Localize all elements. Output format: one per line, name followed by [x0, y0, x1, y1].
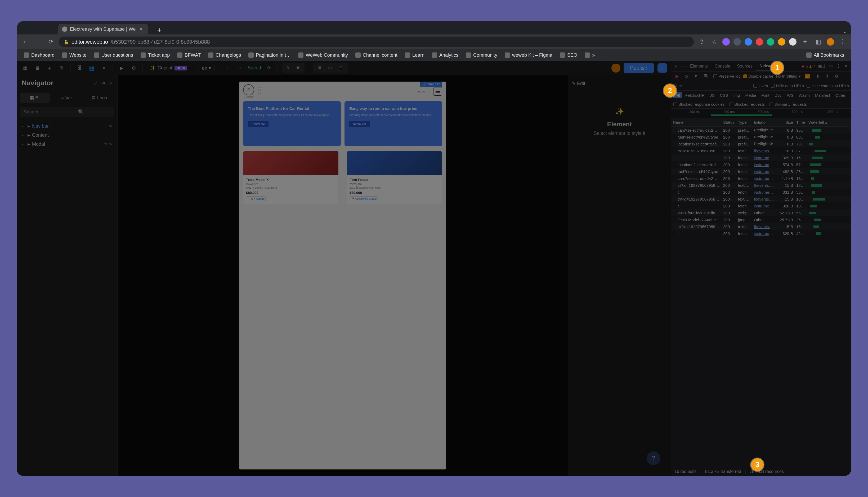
error-count[interactable]: ◉ 5 [801, 64, 808, 69]
type-filter[interactable]: CSS [718, 92, 730, 98]
preview-mode-icon[interactable]: 👁 [293, 64, 303, 72]
profile-avatar-icon[interactable] [789, 38, 796, 45]
hide-ext-urls-checkbox[interactable]: Hide extension URLs [807, 83, 849, 88]
extension-icon[interactable] [744, 38, 752, 45]
filter-input[interactable]: Filter [674, 83, 751, 88]
sync-icon[interactable]: ⟳ [264, 63, 273, 73]
bookmark-item[interactable]: All Bookmarks [803, 52, 847, 59]
bookmark-item[interactable]: Learn [402, 52, 428, 59]
col-waterfall[interactable]: Waterfall ▴ [807, 120, 851, 125]
request-row[interactable]: fuel?select=id%2Ctype200prefli…Preflight… [671, 133, 851, 140]
car-card[interactable]: Ford Focus 75kWh 320 2011 ⛽Gasoline 9,93… [347, 151, 442, 204]
bookmark-item[interactable]: Changelogs [205, 52, 244, 59]
request-row[interactable]: t200fetchinstrument.j…329 B42… [671, 230, 851, 237]
bookmark-item[interactable]: » [581, 52, 598, 59]
bookmark-item[interactable]: Analytics [429, 52, 462, 59]
close-tab-icon[interactable]: ✕ [138, 26, 144, 32]
disable-cache-checkbox[interactable]: Disable cache [743, 74, 773, 79]
bookmark-item[interactable]: BFWAT [174, 52, 204, 59]
third-party-checkbox[interactable]: 3rd-party requests [769, 102, 807, 106]
bookmark-item[interactable]: User questions [91, 52, 136, 59]
hide-data-urls-checkbox[interactable]: Hide data URLs [771, 83, 804, 88]
request-row[interactable]: 2021-ford-focus-st-line-…200webpOther52.… [671, 209, 851, 216]
col-status[interactable]: Status [722, 120, 736, 125]
back-button[interactable]: ← [21, 37, 30, 47]
menu-dots-icon[interactable]: ⋮ [838, 37, 847, 47]
extension-icon[interactable] [767, 38, 774, 45]
dots-icon[interactable]: ⋮ [835, 62, 842, 70]
hero-button[interactable]: Rental car [349, 121, 370, 127]
type-filter[interactable]: Wasm [796, 92, 812, 98]
network-table-body[interactable]: cars?select=uuid%2Cm…200prefli…Preflight… [671, 127, 851, 467]
side-panel-icon[interactable]: ◧ [813, 37, 823, 47]
request-row[interactable]: cars?select=uuid%2Cm…200prefli…Preflight… [671, 127, 851, 133]
database-icon[interactable]: 🗄 [75, 63, 84, 73]
tree-item-content[interactable]: ▸▸ Content [21, 131, 114, 140]
image-icon[interactable]: ▶ [117, 63, 126, 73]
tab-sources[interactable]: Sources [734, 62, 756, 70]
download-icon[interactable]: ⬇ [824, 73, 830, 80]
publish-dropdown-icon[interactable]: ⌄ [657, 63, 667, 73]
col-time[interactable]: Time [795, 120, 807, 125]
expand-icon[interactable]: ⤢ [93, 80, 97, 86]
network-timeline[interactable]: 200 ms400 ms600 ms800 ms1000 ms [671, 109, 851, 118]
bookmark-item[interactable]: SEO [556, 52, 580, 59]
car-card[interactable]: Tesla Model X 75kWh 320 2015 ⚡Electric 7… [243, 151, 339, 204]
type-filter[interactable]: Doc [772, 92, 784, 98]
request-row[interactable]: fuel?select=id%2Ctype200fetchinstrument.… [671, 168, 851, 175]
close-devtools-icon[interactable]: ✕ [843, 62, 850, 70]
wifi-icon[interactable]: 📶 [804, 73, 812, 80]
tab-elements[interactable]: ▦ El. [20, 93, 50, 103]
tree-item-navbar[interactable]: ▸▸ Nav bar✎ [21, 122, 114, 131]
page-canvas[interactable]: E Electrid 🔗 Nav bar Logout The Best Pla… [240, 82, 446, 469]
share-icon[interactable]: ⇪ [697, 37, 707, 47]
hero-card-2[interactable]: Easy way to rent a car at a low price Pr… [345, 101, 442, 146]
user-avatar-icon[interactable] [827, 38, 834, 45]
bookmark-item[interactable]: Channel content [352, 52, 401, 59]
request-row[interactable]: locations?select=*&offse…200fetchinstrum… [671, 161, 851, 168]
logout-button[interactable]: Logout [414, 89, 429, 94]
request-row[interactable]: locations?select=*&offse…200prefli…Prefl… [671, 140, 851, 147]
visibility-icon[interactable]: 👁 ✎ [104, 142, 113, 146]
blocked-requests-checkbox[interactable]: Blocked requests [729, 102, 765, 106]
tabs-dropdown-icon[interactable]: ⌄ [843, 29, 847, 34]
col-name[interactable]: Name [671, 120, 722, 125]
close-panel-icon[interactable]: ✕ [108, 80, 113, 86]
type-filter[interactable]: Manifest [813, 92, 832, 98]
page-icon[interactable]: 🗎 [57, 63, 66, 73]
dock-icon[interactable]: ⇥ [101, 80, 105, 86]
device-toggle[interactable]: 🖥 ▭ 📱 [313, 63, 348, 73]
extension-icon[interactable] [722, 38, 730, 45]
search-icon[interactable]: 🔍 [702, 73, 711, 80]
inspect-icon[interactable]: ⟐ [673, 63, 679, 70]
forward-button[interactable]: → [33, 37, 43, 47]
language-select[interactable]: en ▾ [199, 64, 215, 72]
tablet-icon[interactable]: ▭ [325, 64, 335, 72]
issues-count[interactable]: ▣ 1 [816, 62, 827, 70]
col-initiator[interactable]: Initiator [752, 120, 776, 125]
undo-icon[interactable]: ↶ [223, 63, 232, 73]
hero-card-1[interactable]: The Best Platform for Car Rental Ease of… [243, 101, 341, 146]
request-row[interactable]: tr/?id=19297956795898…200text/…fbevents.… [671, 223, 851, 230]
col-size[interactable]: Size [776, 120, 795, 125]
edit-mode-icon[interactable]: ✎ [283, 64, 293, 72]
extension-icon[interactable] [778, 38, 785, 45]
tab-logs[interactable]: ▤ Logs [84, 93, 114, 103]
device-toggle-icon[interactable]: ▭ [679, 62, 686, 70]
preserve-log-checkbox[interactable]: Preserve log [713, 74, 741, 79]
request-row[interactable]: t200fetchinstrument.j…331 B56… [671, 189, 851, 196]
help-button[interactable]: ? [647, 452, 661, 465]
bookmark-item[interactable]: Community [463, 52, 501, 59]
mobile-icon[interactable]: 📱 [335, 64, 347, 72]
publish-button[interactable]: Publish [624, 63, 654, 73]
request-row[interactable]: cars?select=uuid%2Cm…206fetchinstrument.… [671, 175, 851, 182]
type-filter[interactable]: Other [833, 92, 848, 98]
hamburger-icon[interactable] [433, 87, 442, 96]
bookmark-item[interactable]: Dashboard [21, 52, 58, 59]
reload-button[interactable]: ⟳ [46, 37, 56, 47]
bookmark-item[interactable]: Ticket app [138, 52, 173, 59]
grid-icon[interactable]: ▦ [21, 63, 30, 73]
tab-console[interactable]: Console [711, 62, 734, 70]
type-filter[interactable]: JS [708, 92, 717, 98]
tab-elements[interactable]: Elements [687, 62, 711, 70]
